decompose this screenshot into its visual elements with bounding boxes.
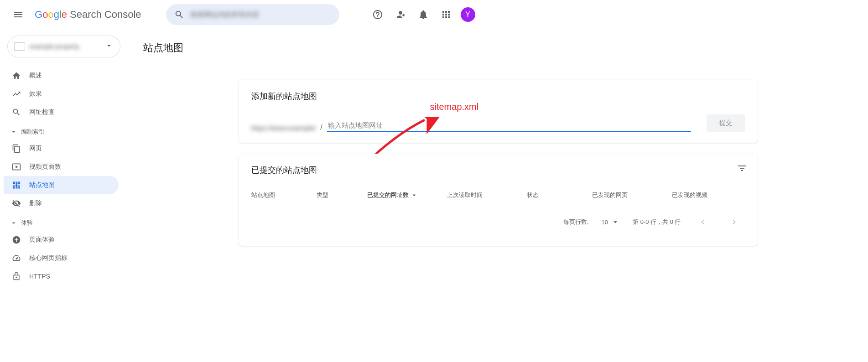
google-logo: Google	[35, 9, 67, 21]
nav-inspect[interactable]: 网址检查	[4, 103, 119, 121]
nav-video[interactable]: 视频页面数	[4, 158, 119, 176]
lock-icon	[12, 272, 21, 281]
filter-icon	[737, 163, 748, 174]
chevron-down-icon	[104, 41, 114, 52]
search-placeholder: 检查网址内的所有内容	[191, 10, 259, 19]
nav-overview[interactable]: 概述	[4, 67, 119, 85]
nav-label: 页面体验	[29, 236, 55, 244]
trend-icon	[12, 89, 21, 98]
search-icon	[174, 10, 184, 20]
col-last-read: 上次读取时间	[447, 191, 527, 199]
page-title: 站点地图	[140, 29, 855, 64]
nav-sitemap[interactable]: 站点地图	[4, 176, 119, 194]
users-button[interactable]	[390, 4, 411, 26]
url-search[interactable]: 检查网址内的所有内容	[166, 4, 339, 25]
chevron-down-icon	[10, 219, 17, 227]
col-videos: 已发现的视频	[672, 191, 744, 199]
product-name: Search Console	[70, 9, 141, 21]
apps-icon	[441, 9, 452, 20]
section-experience[interactable]: 体验	[4, 212, 124, 231]
notifications-button[interactable]	[412, 4, 434, 26]
nav-label: 站点地图	[29, 181, 55, 189]
logo[interactable]: Google Search Console	[35, 9, 141, 21]
nav-label: 删除	[29, 199, 42, 207]
search-icon	[12, 108, 21, 117]
col-submitted[interactable]: 已提交的网址数	[367, 191, 447, 199]
sitemap-icon	[12, 181, 21, 190]
section-index[interactable]: 编制索引	[4, 121, 124, 140]
video-icon	[12, 162, 21, 171]
annotation-text: sitemap.xml	[430, 102, 479, 112]
property-name: example-property	[30, 43, 100, 50]
chevron-down-icon	[10, 128, 17, 135]
menu-toggle[interactable]	[7, 4, 29, 26]
range-label: 第 0-0 行，共 0 行	[633, 218, 681, 226]
nav-performance[interactable]: 效果	[4, 85, 119, 103]
nav-label: 概述	[29, 72, 42, 80]
next-page-button[interactable]	[725, 213, 743, 231]
speed-icon	[12, 253, 21, 263]
col-sitemap: 站点地图	[251, 191, 317, 199]
nav-label: 效果	[29, 90, 42, 98]
pagination: 每页行数: 10 第 0-0 行，共 0 行	[251, 209, 745, 235]
slash: /	[320, 124, 322, 132]
nav-label: 网页	[29, 145, 42, 153]
rows-label: 每页行数:	[563, 218, 589, 226]
nav-label: HTTPS	[29, 273, 50, 280]
nav-core-web-vitals[interactable]: 核心网页指标	[4, 249, 119, 267]
nav-label: 网址检查	[29, 108, 55, 116]
apps-button[interactable]	[435, 4, 457, 26]
sidebar: example-property 概述 效果 网址检查 编制索引 网页 视频页面…	[0, 29, 128, 362]
chevron-right-icon	[729, 217, 739, 227]
nav-page-experience[interactable]: 页面体验	[4, 231, 119, 249]
help-button[interactable]	[367, 4, 389, 26]
nav-label: 视频页面数	[29, 163, 61, 171]
main-content: 站点地图 添加新的站点地图 https://www.example/ / 提交 …	[128, 29, 868, 362]
nav-https[interactable]: HTTPS	[4, 267, 119, 285]
nav-removal[interactable]: 删除	[4, 194, 119, 212]
rows-per-page-select[interactable]: 10	[602, 217, 620, 227]
filter-button[interactable]	[737, 163, 748, 176]
col-status: 状态	[527, 191, 592, 199]
card-title: 已提交的站点地图	[251, 165, 745, 176]
plus-circle-icon	[12, 235, 21, 244]
property-favicon	[14, 42, 25, 51]
app-header: Google Search Console 检查网址内的所有内容 Y	[0, 0, 868, 29]
col-pages: 已发现的网页	[592, 191, 672, 199]
hide-icon	[12, 199, 21, 208]
col-label: 已提交的网址数	[367, 191, 409, 199]
bell-icon	[418, 9, 429, 20]
section-label: 体验	[21, 219, 33, 227]
users-icon	[395, 9, 406, 20]
table-header: 站点地图 类型 已提交的网址数 上次读取时间 状态 已发现的网页 已发现的视频	[251, 188, 745, 209]
section-label: 编制索引	[21, 128, 45, 136]
card-title: 添加新的站点地图	[251, 91, 745, 102]
header-actions: Y	[367, 4, 475, 26]
col-type: 类型	[317, 191, 367, 199]
submit-button[interactable]: 提交	[707, 114, 745, 132]
chevron-down-icon	[611, 217, 620, 227]
submitted-sitemaps-card: 已提交的站点地图 站点地图 类型 已提交的网址数 上次读取时间 状态 已发现的网…	[239, 154, 758, 246]
rows-value: 10	[602, 219, 608, 226]
chevron-left-icon	[698, 217, 708, 227]
property-selector[interactable]: example-property	[7, 36, 120, 57]
sort-down-icon	[411, 191, 418, 199]
hamburger-icon	[13, 9, 24, 20]
help-icon	[372, 9, 383, 20]
pages-icon	[12, 144, 21, 153]
nav-pages[interactable]: 网页	[4, 140, 119, 158]
home-icon	[12, 71, 21, 80]
nav-label: 核心网页指标	[29, 254, 68, 262]
prev-page-button[interactable]	[694, 213, 712, 231]
add-sitemap-card: 添加新的站点地图 https://www.example/ / 提交 sitem…	[239, 80, 758, 143]
account-avatar[interactable]: Y	[461, 7, 475, 22]
sitemap-url-prefix: https://www.example/	[251, 124, 316, 132]
sitemap-url-input[interactable]	[327, 119, 691, 132]
